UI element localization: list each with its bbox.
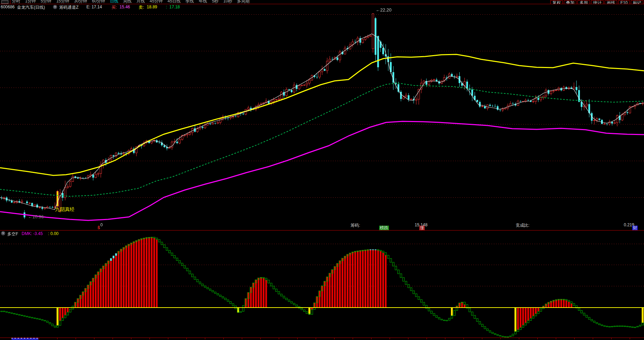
f10-button[interactable]: F10 (618, 0, 630, 4)
menu-item-15min[interactable]: 15分钟 (56, 0, 69, 4)
finance-badge[interactable]: 财 (632, 226, 638, 230)
rank-fall-badge[interactable]: 榜跌 (379, 226, 389, 230)
last-label: : (166, 5, 167, 9)
period-low-annotation: ←10.96 (28, 214, 44, 219)
menu-item-monthly[interactable]: 月线 (136, 0, 145, 4)
menu-item-year[interactable]: 年线 (199, 0, 207, 4)
mark-button[interactable]: 标记 (631, 0, 643, 4)
indicator-label-row: ˅ 多空F DMK: -3.45 : 0.00 (0, 231, 644, 236)
menu-item-quarter[interactable]: 季线 (185, 0, 194, 4)
rise-badge[interactable]: 涨 (419, 226, 425, 230)
overlay-button[interactable]: 叠加 (564, 0, 576, 4)
signal-annotation: 九阴真经 (55, 206, 75, 213)
chevron-down-icon[interactable]: ˅ (53, 5, 57, 9)
period-menubar: 分时 1分钟 5分钟 15分钟 30分钟 60分钟 日线 周线 月线 45分钟 … (0, 0, 644, 4)
stock-code: 600686 (1, 5, 15, 9)
statistics-button[interactable]: 统计 (591, 0, 604, 4)
menu-item-30min[interactable]: 30分钟 (74, 0, 87, 4)
dmk-indicator-chart[interactable] (0, 236, 644, 338)
buy-value: 15.46 (120, 5, 130, 9)
menu-item-multiperiod[interactable]: 多周期 (237, 0, 250, 4)
dmk-value: DMK: -3.45 (22, 231, 43, 236)
menu-item-fenshi[interactable]: 分时 (12, 0, 20, 4)
menu-item-weekly[interactable]: 周线 (123, 0, 131, 4)
menu-item-10sec[interactable]: 10秒 (223, 0, 232, 4)
menu-item-45day[interactable]: 45日线 (168, 0, 181, 4)
chart-title-bar: 600686 金龙汽车(日线) ˅ 筹码通道Z E: 17.14 买: 15.4… (0, 4, 644, 10)
main-price-chart[interactable] (0, 10, 644, 222)
menu-item-5sec[interactable]: 5秒 (212, 0, 219, 4)
status-axis-row: 0 Ŝ 筹码: 榜跌 15.148 涨 竞成比: 0.219 财 (0, 222, 644, 231)
selected-date-highlight[interactable] (12, 338, 38, 340)
date-axis-line (0, 338, 644, 338)
menu-item-1min[interactable]: 1分钟 (25, 0, 36, 4)
window-grid-icon[interactable] (1, 0, 8, 4)
e-value: E: 17.14 (86, 5, 102, 9)
zero-axis-label: 0 (100, 222, 103, 227)
menubar-divider (10, 0, 10, 4)
period-high-annotation: ←22.20 (376, 7, 392, 13)
restore-rights-button[interactable]: 复权 (550, 0, 563, 4)
draw-line-button[interactable]: 画线 (605, 0, 617, 4)
menu-item-5min[interactable]: 5分钟 (41, 0, 52, 4)
last-value: 17.18 (169, 5, 180, 9)
menu-item-45min[interactable]: 45分钟 (150, 0, 162, 4)
multi-stock-button[interactable]: 多股 (577, 0, 590, 4)
sell-value: 18.89 (147, 5, 157, 9)
sell-point-marker: Ŝ (98, 226, 100, 230)
ratio-label: 竞成比: (516, 222, 529, 228)
date-axis-ticks (21, 338, 644, 339)
dmk-extra-value: : 0.00 (48, 231, 59, 236)
chips-label: 筹码: (351, 222, 360, 228)
menu-item-60min[interactable]: 60分钟 (92, 0, 105, 4)
menu-item-daily[interactable]: 日线 (110, 0, 118, 4)
chevron-down-icon[interactable]: ˅ (1, 231, 5, 235)
